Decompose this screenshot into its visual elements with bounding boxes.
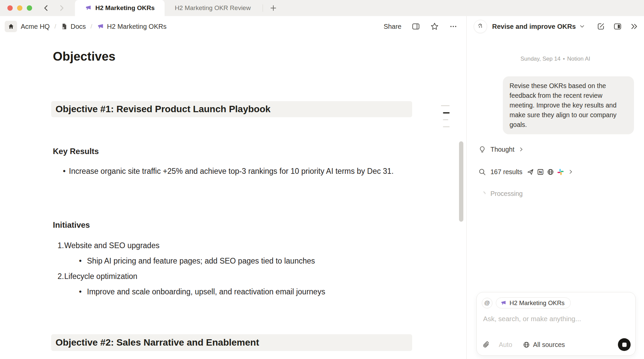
- more-options-button[interactable]: [449, 22, 458, 31]
- share-button[interactable]: Share: [384, 23, 401, 30]
- page-header: Acme HQ / Docs / H2 Marketing OKRs Share: [0, 16, 466, 37]
- megaphone-icon: [97, 23, 104, 30]
- initiative-title: Website and SEO upgrades: [64, 240, 160, 251]
- double-chevron-icon: [630, 22, 639, 31]
- attach-button[interactable]: [482, 341, 490, 349]
- number-marker: 1.: [53, 240, 64, 251]
- stop-generation-button[interactable]: [618, 338, 631, 351]
- megaphone-icon: [500, 300, 507, 306]
- new-chat-button[interactable]: [596, 22, 605, 31]
- breadcrumb-separator: /: [54, 23, 57, 30]
- initiative-title: Lifecycle optimization: [64, 271, 137, 282]
- forward-button[interactable]: [57, 3, 66, 13]
- window-titlebar: H2 Marketing OKRs H2 Marketing OKR Revie…: [0, 0, 644, 16]
- processing-label: Processing: [490, 190, 523, 198]
- initiative-sub-text: Improve and scale onboarding, upsell, an…: [87, 286, 325, 297]
- all-sources-label: All sources: [533, 341, 565, 349]
- processing-row: Processing: [478, 189, 523, 199]
- key-results-bullet-text: Increase organic site traffic +25% and a…: [69, 165, 410, 177]
- breadcrumb-workspace-label: Acme HQ: [21, 23, 50, 30]
- initiative-item: 1. Website and SEO upgrades: [53, 240, 160, 251]
- slack-icon: [557, 168, 564, 175]
- context-chip-label: H2 Marketing OKRs: [510, 299, 565, 307]
- ai-composer[interactable]: @ H2 Marketing OKRs Auto All sources: [476, 292, 636, 356]
- key-results-heading: Key Results: [53, 147, 99, 156]
- chevron-down-icon: [579, 23, 585, 29]
- back-button[interactable]: [41, 3, 51, 13]
- forward-icon: [58, 4, 65, 12]
- minimize-button[interactable]: [17, 5, 22, 11]
- outline-dash[interactable]: [443, 126, 450, 127]
- initiative-sub-item: • Improve and scale onboarding, upsell, …: [53, 286, 325, 297]
- notion-icon: N: [537, 168, 544, 175]
- thought-row[interactable]: Thought: [478, 144, 524, 154]
- compose-icon: [596, 22, 605, 31]
- bullet-marker: •: [53, 286, 87, 297]
- window-controls: [0, 5, 32, 11]
- plus-icon: [270, 4, 277, 12]
- breadcrumb: Acme HQ / Docs / H2 Marketing OKRs: [5, 21, 167, 32]
- bullet-marker: •: [53, 165, 69, 177]
- home-icon: [8, 23, 14, 30]
- chevron-right-icon: [519, 147, 524, 152]
- paperclip-icon: [482, 341, 490, 349]
- tab-label: H2 Marketing OKR Review: [175, 4, 251, 12]
- key-results-list: • Increase organic site traffic +25% and…: [53, 165, 411, 177]
- stop-icon: [622, 343, 627, 347]
- home-button[interactable]: [5, 21, 17, 32]
- results-count-label: 167 results: [490, 168, 522, 176]
- outline-dash[interactable]: [441, 105, 450, 106]
- document-canvas: Objectives Objective #1: Revised Product…: [0, 37, 466, 359]
- paper-plane-icon: [527, 168, 534, 175]
- star-icon: [430, 22, 439, 31]
- tab-h2-marketing-okrs[interactable]: H2 Marketing OKRs: [75, 0, 165, 16]
- at-symbol: @: [484, 300, 490, 306]
- ai-panel-header: Revise and improve OKRs: [467, 16, 644, 37]
- favorite-button[interactable]: [430, 22, 439, 31]
- thread-dropdown[interactable]: [579, 23, 585, 29]
- breadcrumb-page[interactable]: H2 Marketing OKRs: [97, 23, 167, 30]
- breadcrumb-page-label: H2 Marketing OKRs: [107, 23, 167, 30]
- outline-dash[interactable]: [443, 119, 448, 120]
- scrollbar-thumb[interactable]: [459, 141, 463, 222]
- mode-auto-button[interactable]: Auto: [499, 341, 512, 349]
- thought-label: Thought: [490, 146, 515, 153]
- initiative-item: 2. Lifecycle optimization: [53, 271, 137, 282]
- close-button[interactable]: [7, 5, 13, 11]
- lightbulb-icon: [478, 146, 486, 153]
- globe-icon: [547, 168, 554, 175]
- initiative-sub-item: • Ship AI pricing and feature pages; add…: [53, 255, 315, 267]
- number-marker: 2.: [53, 271, 64, 282]
- bullet-marker: •: [53, 255, 87, 267]
- date-dot-separator: •: [560, 56, 567, 62]
- breadcrumb-docs-label: Docs: [71, 23, 86, 30]
- back-icon: [42, 4, 50, 12]
- context-chip[interactable]: H2 Marketing OKRs: [496, 297, 571, 308]
- doc-plus-icon: [61, 23, 68, 30]
- search-results-row[interactable]: 167 results N: [478, 167, 573, 177]
- tab-h2-marketing-okr-review[interactable]: H2 Marketing OKR Review: [165, 0, 261, 16]
- ai-prompt-input[interactable]: [483, 315, 627, 323]
- panel-toggle-button[interactable]: [613, 22, 622, 31]
- breadcrumb-workspace[interactable]: Acme HQ: [21, 23, 50, 30]
- more-options-icon: [449, 22, 458, 31]
- ai-panel: Sunday, Sep 14•Notion AI Revise these OK…: [467, 37, 644, 359]
- chevron-right-icon: [568, 169, 573, 174]
- search-icon: [478, 168, 486, 176]
- side-peek-button[interactable]: [411, 22, 420, 31]
- svg-text:N: N: [539, 170, 542, 174]
- breadcrumb-docs[interactable]: Docs: [61, 23, 86, 30]
- tab-divider: [263, 4, 263, 12]
- tab-label: H2 Marketing OKRs: [95, 4, 155, 12]
- mention-button[interactable]: @: [482, 298, 492, 308]
- all-sources-button[interactable]: All sources: [523, 341, 565, 349]
- new-tab-button[interactable]: [268, 2, 279, 14]
- zoom-button[interactable]: [27, 5, 32, 11]
- ai-avatar: [474, 20, 487, 33]
- globe-icon: [523, 341, 530, 348]
- user-message-bubble: Revise these OKRs based on the feedback …: [503, 76, 634, 134]
- outline-dash-active[interactable]: [443, 112, 450, 114]
- objective1-heading: Objective #1: Revised Product Launch Pla…: [51, 101, 412, 117]
- collapse-panel-button[interactable]: [630, 22, 639, 31]
- ai-thread-title[interactable]: Revise and improve OKRs: [492, 23, 576, 30]
